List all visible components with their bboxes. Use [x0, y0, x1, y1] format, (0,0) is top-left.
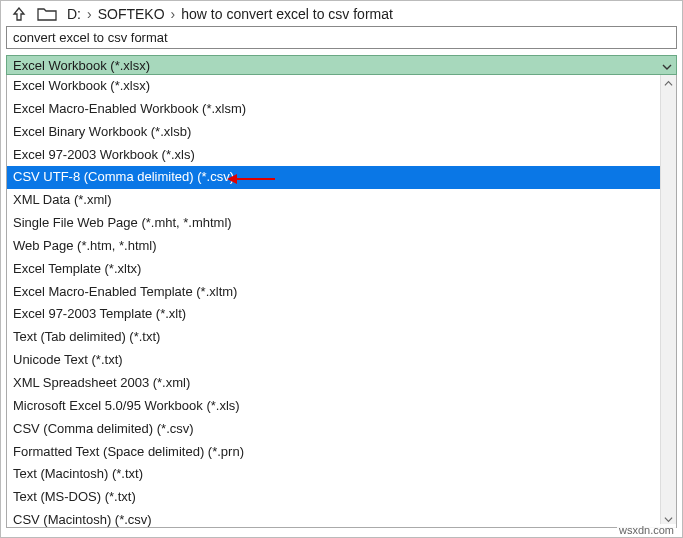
breadcrumb-drive[interactable]: D: — [67, 6, 81, 22]
filetype-list[interactable]: Excel Workbook (*.xlsx)Excel Macro-Enabl… — [7, 75, 660, 527]
chevron-down-icon — [662, 60, 672, 70]
breadcrumb-folder1[interactable]: SOFTEKO — [98, 6, 165, 22]
list-item[interactable]: Text (Tab delimited) (*.txt) — [7, 326, 660, 349]
filetype-list-wrapper: Excel Workbook (*.xlsx)Excel Macro-Enabl… — [6, 75, 677, 528]
list-item[interactable]: Excel Workbook (*.xlsx) — [7, 75, 660, 98]
list-item[interactable]: Excel Template (*.xltx) — [7, 258, 660, 281]
list-item[interactable]: Text (MS-DOS) (*.txt) — [7, 486, 660, 509]
list-item[interactable]: Excel 97-2003 Workbook (*.xls) — [7, 144, 660, 167]
list-item[interactable]: Microsoft Excel 5.0/95 Workbook (*.xls) — [7, 395, 660, 418]
list-item[interactable]: Formatted Text (Space delimited) (*.prn) — [7, 441, 660, 464]
list-item[interactable]: Web Page (*.htm, *.html) — [7, 235, 660, 258]
filetype-selected-label: Excel Workbook (*.xlsx) — [13, 58, 150, 73]
arrow-indicator-icon — [227, 172, 275, 184]
breadcrumb[interactable]: D: › SOFTEKO › how to convert excel to c… — [67, 6, 393, 22]
folder-icon — [37, 6, 57, 22]
list-item[interactable]: Excel Macro-Enabled Workbook (*.xlsm) — [7, 98, 660, 121]
list-item[interactable]: XML Spreadsheet 2003 (*.xml) — [7, 372, 660, 395]
list-item[interactable]: Text (Macintosh) (*.txt) — [7, 463, 660, 486]
watermark: wsxdn.com — [617, 524, 676, 536]
list-item[interactable]: CSV (Macintosh) (*.csv) — [7, 509, 660, 527]
scroll-track[interactable] — [661, 91, 676, 511]
list-item[interactable]: CSV UTF-8 (Comma delimited) (*.csv) — [7, 166, 660, 189]
breadcrumb-separator: › — [171, 6, 176, 22]
list-item[interactable]: Excel Binary Workbook (*.xlsb) — [7, 121, 660, 144]
filename-row — [1, 26, 682, 55]
list-item[interactable]: CSV (Comma delimited) (*.csv) — [7, 418, 660, 441]
breadcrumb-separator: › — [87, 6, 92, 22]
up-arrow-icon[interactable] — [11, 6, 27, 22]
list-item[interactable]: Excel Macro-Enabled Template (*.xltm) — [7, 281, 660, 304]
list-item[interactable]: Unicode Text (*.txt) — [7, 349, 660, 372]
scrollbar[interactable] — [660, 75, 676, 527]
scroll-up-button[interactable] — [661, 75, 676, 91]
filetype-dropdown[interactable]: Excel Workbook (*.xlsx) — [6, 55, 677, 75]
list-item[interactable]: Single File Web Page (*.mht, *.mhtml) — [7, 212, 660, 235]
list-item[interactable]: Excel 97-2003 Template (*.xlt) — [7, 303, 660, 326]
list-item[interactable]: XML Data (*.xml) — [7, 189, 660, 212]
breadcrumb-folder2[interactable]: how to convert excel to csv format — [181, 6, 393, 22]
breadcrumb-bar: D: › SOFTEKO › how to convert excel to c… — [1, 1, 682, 26]
filename-input[interactable] — [6, 26, 677, 49]
